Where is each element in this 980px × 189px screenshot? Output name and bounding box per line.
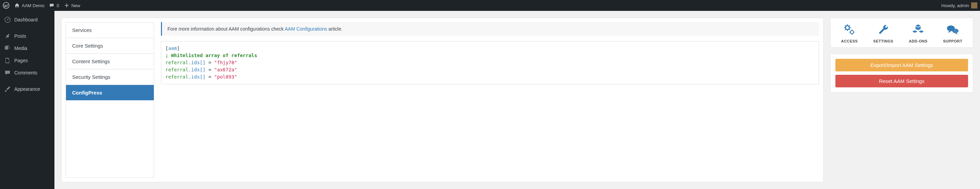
svg-point-7 xyxy=(952,29,959,33)
media-icon xyxy=(4,45,11,52)
site-link[interactable]: AAM Demo xyxy=(14,3,44,8)
admin-sidebar: Dashboard Posts Media Pages Comments App… xyxy=(0,11,54,189)
brush-icon xyxy=(4,86,11,92)
site-name: AAM Demo xyxy=(22,3,44,8)
avatar xyxy=(971,2,977,8)
comment-icon xyxy=(4,69,11,76)
comments-link[interactable]: 0 xyxy=(49,3,59,8)
sidebar-item-label: Appearance xyxy=(14,86,40,92)
nav-label: ADD-ONS xyxy=(909,39,928,43)
tab-content-settings[interactable]: Content Settings xyxy=(66,54,154,69)
nav-label: SETTINGS xyxy=(873,39,893,43)
wordpress-logo[interactable] xyxy=(3,2,10,9)
tab-security-settings[interactable]: Security Settings xyxy=(66,69,154,85)
main-panel: Services Core Settings Content Settings … xyxy=(61,17,824,182)
sidebar-item-label: Comments xyxy=(14,70,37,75)
nav-addons[interactable]: ADD-ONS xyxy=(909,23,928,43)
admin-bar-left: AAM Demo 0 New xyxy=(3,2,80,9)
settings-tabs: Services Core Settings Content Settings … xyxy=(66,22,154,178)
icon-nav: ACCESS SETTINGS ADD-ONS SUPPORT xyxy=(830,17,973,48)
nav-access[interactable]: ACCESS xyxy=(841,23,858,43)
wrench-icon xyxy=(877,23,890,37)
plus-icon xyxy=(64,3,69,8)
info-text-after: article. xyxy=(327,26,342,32)
info-link[interactable]: AAM Configurations xyxy=(285,26,327,32)
new-label: New xyxy=(72,3,80,8)
cubes-icon xyxy=(911,23,925,37)
svg-point-2 xyxy=(7,19,8,21)
svg-point-5 xyxy=(850,30,854,34)
sidebar-item-media[interactable]: Media xyxy=(0,42,54,54)
comments-count: 0 xyxy=(56,3,59,8)
pages-icon xyxy=(4,57,11,64)
sidebar-item-appearance[interactable]: Appearance xyxy=(0,83,54,95)
sidebar-item-label: Pages xyxy=(14,58,28,63)
sidebar-item-label: Posts xyxy=(14,33,26,39)
tab-content: Fore more information about AAM configur… xyxy=(161,22,819,178)
admin-bar-right: Howdy, admin xyxy=(942,2,977,8)
tab-core-settings[interactable]: Core Settings xyxy=(66,38,154,54)
tab-services[interactable]: Services xyxy=(66,22,154,38)
chat-icon xyxy=(946,23,959,37)
right-column: ACCESS SETTINGS ADD-ONS SUPPORT Export/I… xyxy=(830,17,973,182)
main-content: Services Core Settings Content Settings … xyxy=(54,11,980,189)
nav-settings[interactable]: SETTINGS xyxy=(873,23,893,43)
export-import-button[interactable]: Export/Import AAM Settings xyxy=(835,59,968,71)
admin-bar: AAM Demo 0 New Howdy, admin xyxy=(0,0,980,11)
sidebar-item-comments[interactable]: Comments xyxy=(0,67,54,79)
sidebar-item-dashboard[interactable]: Dashboard xyxy=(0,14,54,26)
gears-icon xyxy=(843,23,856,37)
user-greeting[interactable]: Howdy, admin xyxy=(942,2,977,8)
nav-label: SUPPORT xyxy=(943,39,962,43)
sidebar-item-label: Media xyxy=(14,46,27,51)
sidebar-item-posts[interactable]: Posts xyxy=(0,30,54,42)
dashboard-icon xyxy=(4,16,11,23)
comment-icon xyxy=(49,3,54,8)
pin-icon xyxy=(4,33,11,40)
new-link[interactable]: New xyxy=(64,3,80,8)
sidebar-item-label: Dashboard xyxy=(14,17,38,22)
greeting-text: Howdy, admin xyxy=(942,3,969,8)
nav-support[interactable]: SUPPORT xyxy=(943,23,962,43)
tab-configpress[interactable]: ConfigPress xyxy=(66,85,154,100)
info-text-before: Fore more information about AAM configur… xyxy=(167,26,285,32)
reset-button[interactable]: Reset AAM Settings xyxy=(835,75,968,87)
button-group: Export/Import AAM Settings Reset AAM Set… xyxy=(830,54,973,92)
sidebar-item-pages[interactable]: Pages xyxy=(0,54,54,67)
info-box: Fore more information about AAM configur… xyxy=(161,22,819,36)
config-editor[interactable]: [aam] ; Whitelisted array of referrals r… xyxy=(161,41,819,84)
home-icon xyxy=(14,3,20,8)
nav-label: ACCESS xyxy=(841,39,858,43)
